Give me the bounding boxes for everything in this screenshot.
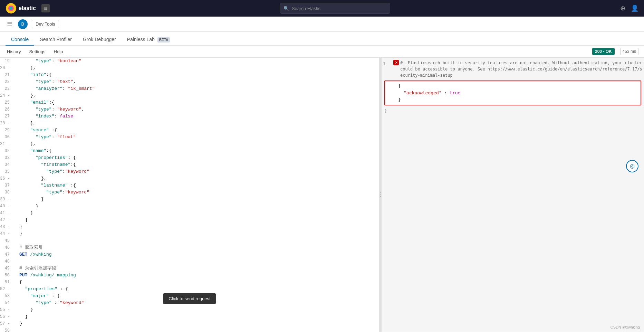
- table-row: 26 "type": "keyword",: [0, 106, 379, 113]
- table-row: 25 "email":{: [0, 99, 379, 106]
- table-row: 43 - }: [0, 224, 379, 230]
- output-end-marker: }: [382, 107, 644, 115]
- send-tooltip: Click to send request: [163, 293, 216, 304]
- nav-tabs: Console Search Profiler Grok Debugger Pa…: [0, 32, 644, 46]
- tab-grok-debugger[interactable]: Grok Debugger: [77, 34, 122, 46]
- table-row: 20 - },: [0, 65, 379, 72]
- table-row: 55 - }: [0, 306, 379, 313]
- app-icon[interactable]: ▦: [41, 4, 50, 12]
- table-row: 58: [0, 327, 379, 332]
- table-row: 24 - },: [0, 92, 379, 99]
- avatar-button[interactable]: D: [18, 19, 28, 29]
- svg-point-2: [10, 7, 12, 10]
- table-row: 38 "type":"keyword": [0, 189, 379, 196]
- output-warning-row: 1 ✕ #! Elasticsearch built-in security f…: [382, 59, 644, 79]
- table-row: 33 "properties": {: [0, 154, 379, 161]
- search-bar[interactable]: 🔍 Search Elastic: [280, 3, 390, 14]
- table-row: 35 "type":"keyword": [0, 168, 379, 175]
- assistant-icon: ◎: [630, 163, 635, 169]
- table-row: 28 - },: [0, 120, 379, 127]
- output-line: "acknowledged" : true: [388, 89, 638, 96]
- table-row: 48: [0, 258, 379, 265]
- table-row: 36 - },: [0, 175, 379, 182]
- corner-text: CSDN @xwhking: [611, 325, 640, 329]
- table-row: 50 PUT /xwhking/_mapping: [0, 272, 379, 279]
- search-bar-container: 🔍 Search Elastic: [55, 3, 615, 14]
- table-row: 19 "type": "boolean": [0, 58, 379, 65]
- table-row: 23 "analyzer": "ik_smart": [0, 85, 379, 92]
- table-row: 42 - }: [0, 217, 379, 224]
- output-acknowledged: "acknowledged" : true: [398, 89, 460, 96]
- table-row: 51 {: [0, 279, 379, 286]
- table-row: 46 # 获取索引: [0, 244, 379, 251]
- table-row: 34 "firstname":{: [0, 161, 379, 168]
- ms-badge: 453 ms: [620, 48, 638, 55]
- help-icon[interactable]: ⊕: [620, 4, 625, 12]
- right-panel: 1 ✕ #! Elasticsearch built-in security f…: [382, 58, 644, 332]
- table-row: 37 "lastname" :{: [0, 182, 379, 189]
- top-bar-right: ⊕ 👤: [620, 4, 638, 12]
- main-content: 19 "type": "boolean" 20 - }, 21 "info":{…: [0, 58, 644, 332]
- output-content: 1 ✕ #! Elasticsearch built-in security f…: [382, 58, 644, 116]
- hamburger-button[interactable]: ☰: [6, 19, 14, 29]
- status-badge: 200 - OK: [592, 48, 615, 55]
- output-brace-open: {: [398, 83, 401, 89]
- close-warning-button[interactable]: ✕: [393, 60, 399, 65]
- table-row: 32 "name":{: [0, 148, 379, 154]
- dev-tools-button[interactable]: Dev Tools: [32, 20, 59, 28]
- table-row: 41 - }: [0, 210, 379, 217]
- table-row: 45: [0, 237, 379, 244]
- sub-toolbar: History Settings Help 200 - OK 453 ms: [0, 46, 644, 58]
- code-editor[interactable]: 19 "type": "boolean" 20 - }, 21 "info":{…: [0, 58, 379, 332]
- second-bar: ☰ D Dev Tools: [0, 17, 644, 32]
- left-panel: 19 "type": "boolean" 20 - }, 21 "info":{…: [0, 58, 379, 332]
- table-row: 27 "index": false: [0, 113, 379, 120]
- user-icon[interactable]: 👤: [631, 4, 638, 12]
- settings-button[interactable]: Settings: [28, 48, 47, 55]
- elastic-logo: elastic: [6, 3, 36, 14]
- search-icon: 🔍: [283, 6, 289, 11]
- table-row: 21 "info":{: [0, 72, 379, 78]
- table-row: 39 - }: [0, 196, 379, 203]
- table-row: 49 # 为索引添加字段: [0, 265, 379, 272]
- response-box: { "acknowledged" : true }: [384, 80, 641, 105]
- elastic-logo-icon: [6, 3, 17, 14]
- table-row: 44 - }: [0, 230, 379, 237]
- table-row: 22 "type": "text",: [0, 78, 379, 85]
- search-placeholder: Search Elastic: [292, 6, 320, 11]
- output-brace-close: }: [398, 96, 401, 103]
- table-row: 30 "type": "float": [0, 134, 379, 141]
- table-row: 29 "score" :{: [0, 127, 379, 134]
- assistant-button[interactable]: ◎: [626, 160, 638, 172]
- tab-console[interactable]: Console: [6, 34, 34, 46]
- history-button[interactable]: History: [6, 48, 22, 55]
- table-row: 31 - },: [0, 141, 379, 148]
- tab-painless-lab[interactable]: Painless Lab BETA: [122, 34, 176, 46]
- tab-search-profiler[interactable]: Search Profiler: [34, 34, 77, 46]
- help-button[interactable]: Help: [52, 48, 64, 55]
- warning-line-num: 1: [383, 60, 393, 67]
- output-line: {: [388, 83, 638, 89]
- table-row: 57 - }: [0, 320, 379, 327]
- elastic-logo-text: elastic: [19, 5, 36, 11]
- table-row: 47 GET /xwhking: [0, 251, 379, 258]
- warning-text: #! Elasticsearch built-in security featu…: [400, 60, 643, 78]
- table-row: 56 - }: [0, 313, 379, 320]
- table-row: 40 - }: [0, 203, 379, 210]
- top-bar: elastic ▦ 🔍 Search Elastic ⊕ 👤: [0, 0, 644, 17]
- table-row: 52 - "properties" : {: [0, 286, 379, 293]
- beta-badge: BETA: [157, 37, 170, 42]
- output-line: }: [388, 96, 638, 103]
